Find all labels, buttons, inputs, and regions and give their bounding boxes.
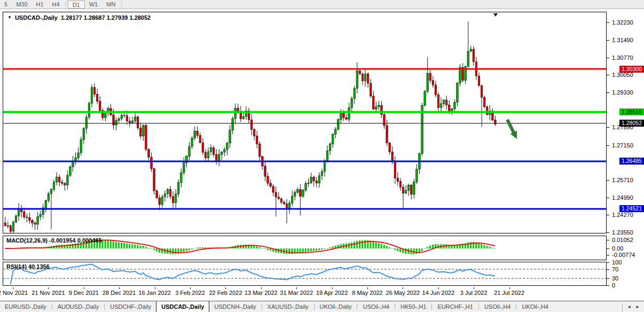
date-tick bbox=[13, 287, 13, 289]
timeframe-button-mn[interactable]: MN bbox=[102, 1, 120, 9]
tab-separator bbox=[52, 303, 52, 310]
date-label: 31 Mar 2022 bbox=[280, 290, 313, 296]
price-tick bbox=[607, 58, 609, 58]
price-tick bbox=[607, 232, 609, 233]
macd-tick-label: 0.00 bbox=[612, 245, 623, 252]
sell-arrow-annotation[interactable] bbox=[506, 119, 517, 139]
price-level-badge: 1.30300 bbox=[619, 66, 644, 73]
date-label: 2 Nov 2021 bbox=[0, 290, 28, 296]
chart-title: ▼ USDCAD-,Daily 1.28177 1.28687 1.27939 … bbox=[7, 14, 151, 21]
symbol-tab-audusd-daily[interactable]: AUDUSD-,Daily bbox=[53, 302, 104, 312]
macd-tick-label: -0.00774 bbox=[612, 252, 635, 258]
macd-tick-label: 0.01052 bbox=[612, 237, 633, 243]
timeframe-button-m30[interactable]: M30 bbox=[12, 1, 32, 9]
date-label: 9 Dec 2021 bbox=[69, 290, 99, 296]
price-tick-label: 1.25710 bbox=[612, 177, 633, 183]
rsi-chart-canvas bbox=[3, 262, 606, 285]
date-label: 13 Mar 2022 bbox=[245, 290, 278, 296]
price-axis[interactable]: 1.322301.314901.307701.300501.293301.278… bbox=[607, 12, 644, 292]
timeframe-button-d1[interactable]: D1 bbox=[68, 1, 85, 9]
date-label: 3 Feb 2022 bbox=[175, 290, 205, 296]
tab-separator bbox=[314, 303, 315, 310]
price-tick-label: 1.31490 bbox=[612, 37, 633, 43]
tab-separator bbox=[395, 303, 395, 310]
top-marker-icon bbox=[493, 13, 498, 17]
date-tick bbox=[403, 287, 403, 289]
symbol-tab-usdchf-daily[interactable]: USDCHF-,Daily bbox=[105, 302, 156, 312]
price-tick-label: 1.24990 bbox=[612, 194, 633, 201]
date-tick bbox=[190, 287, 191, 289]
date-label: 21 Jul 2022 bbox=[494, 290, 524, 296]
rsi-tick bbox=[607, 262, 609, 263]
price-tick bbox=[607, 40, 609, 41]
rsi-tick-label: 100 bbox=[612, 259, 622, 266]
price-tick-label: 1.24270 bbox=[612, 212, 633, 218]
chart-symbol-label: USDCAD-,Daily bbox=[15, 14, 58, 21]
symbol-tab-eurusd-daily[interactable]: EURUSD-,Daily bbox=[0, 302, 51, 312]
price-tick bbox=[607, 127, 609, 128]
date-label: 16 Jan 2022 bbox=[138, 290, 171, 296]
macd-indicator-panel[interactable]: MACD(12,26,9) -0.001954 0.000465 bbox=[3, 236, 607, 260]
date-label: 28 Dec 2021 bbox=[103, 290, 136, 296]
rsi-label: RSI(14) 40.1356 bbox=[6, 263, 50, 270]
date-tick bbox=[261, 287, 262, 289]
tab-scroll-right-icon[interactable]: ► bbox=[635, 305, 640, 309]
symbol-dropdown-icon[interactable]: ▼ bbox=[7, 15, 12, 20]
symbol-tab-xauusd-daily[interactable]: XAUUSD-,Daily bbox=[263, 302, 313, 312]
rsi-indicator-panel[interactable]: RSI(14) 40.1356 bbox=[3, 262, 607, 286]
tab-scrollers: ◄► bbox=[622, 303, 644, 312]
timeframe-button-w1[interactable]: W1 bbox=[85, 1, 103, 9]
symbol-tab-usoil-h4[interactable]: USOil-,H4 bbox=[358, 302, 394, 312]
price-tick bbox=[607, 198, 609, 198]
tab-separator bbox=[431, 303, 432, 310]
symbol-tab-usdcnh-daily[interactable]: USDCNH-,Daily bbox=[209, 302, 261, 312]
tab-separator bbox=[357, 303, 357, 310]
date-tick bbox=[332, 287, 333, 289]
date-label: 19 Apr 2022 bbox=[316, 290, 348, 296]
rsi-tick bbox=[607, 278, 609, 279]
symbol-tab-usoil-h4[interactable]: USOil-,H4 bbox=[480, 302, 516, 312]
price-tick bbox=[607, 22, 609, 23]
rsi-tick bbox=[607, 269, 609, 270]
price-chart-panel[interactable]: ▼ USDCAD-,Daily 1.28177 1.28687 1.27939 … bbox=[3, 12, 607, 233]
rsi-tick-label: 70 bbox=[612, 266, 618, 272]
date-tick bbox=[48, 287, 49, 289]
symbol-tab-ukoil-daily[interactable]: UKOil-,Daily bbox=[315, 302, 357, 312]
date-tick bbox=[474, 287, 474, 289]
date-axis[interactable]: 2 Nov 202121 Nov 20219 Dec 202128 Dec 20… bbox=[3, 287, 607, 297]
symbol-tab-hk50-h1[interactable]: HK50-,H1 bbox=[396, 302, 431, 312]
chart-ohlc-values: 1.28177 1.28687 1.27939 1.28052 bbox=[61, 14, 151, 21]
date-label: 22 Feb 2022 bbox=[209, 290, 242, 296]
timeframe-button-h4[interactable]: H4 bbox=[48, 1, 64, 9]
price-tick bbox=[607, 92, 609, 93]
date-tick bbox=[438, 287, 439, 289]
timeframe-button-5[interactable]: 5 bbox=[0, 1, 12, 9]
date-tick bbox=[119, 287, 120, 289]
symbol-tab-usdcad-daily[interactable]: USDCAD-,Daily bbox=[156, 301, 209, 312]
price-level-badge: 1.24521 bbox=[619, 205, 644, 212]
date-label: 21 Nov 2021 bbox=[32, 290, 65, 296]
price-tick-label: 1.23550 bbox=[612, 229, 633, 236]
tab-scroll-left-icon[interactable]: ◄ bbox=[627, 305, 631, 309]
macd-tick bbox=[607, 240, 609, 240]
date-tick bbox=[225, 287, 226, 289]
price-tick bbox=[607, 145, 609, 146]
price-tick-label: 1.32230 bbox=[612, 19, 633, 26]
price-level-badge: 1.28516 bbox=[619, 108, 644, 115]
price-tick bbox=[607, 215, 609, 215]
date-tick bbox=[84, 287, 84, 289]
rsi-tick-label: 30 bbox=[612, 275, 618, 282]
price-tick bbox=[607, 75, 609, 75]
trading-terminal-window: 5M30H1H4D1W1MN ▼ USDCAD-,Daily 1.28177 1… bbox=[0, 0, 644, 312]
timeframe-button-h1[interactable]: H1 bbox=[32, 1, 48, 9]
price-level-badge: 1.26485 bbox=[619, 158, 644, 165]
symbol-tab-ukoil-h4[interactable]: UKOil-,H4 bbox=[517, 302, 553, 312]
symbol-tab-eurchf-h1[interactable]: EURCHF-,H1 bbox=[433, 302, 478, 312]
macd-tick bbox=[607, 248, 609, 249]
date-tick bbox=[296, 287, 297, 289]
date-label: 14 Jun 2022 bbox=[422, 290, 455, 296]
tab-separator bbox=[262, 303, 262, 310]
rsi-tick-label: 0 bbox=[612, 282, 615, 288]
price-tick-label: 1.27150 bbox=[612, 142, 633, 149]
candlestick-chart-canvas[interactable] bbox=[3, 12, 606, 233]
